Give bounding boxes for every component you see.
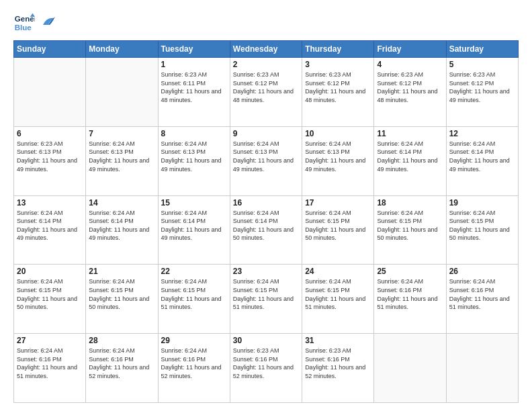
calendar-cell: 24Sunrise: 6:24 AMSunset: 6:15 PMDayligh… bbox=[302, 265, 374, 334]
week-row-2: 6Sunrise: 6:23 AMSunset: 6:13 PMDaylight… bbox=[14, 126, 519, 195]
day-info: Sunrise: 6:24 AMSunset: 6:15 PMDaylight:… bbox=[305, 209, 371, 242]
day-info: Sunrise: 6:24 AMSunset: 6:15 PMDaylight:… bbox=[377, 209, 443, 242]
calendar-cell: 6Sunrise: 6:23 AMSunset: 6:13 PMDaylight… bbox=[14, 126, 86, 195]
calendar-cell: 13Sunrise: 6:24 AMSunset: 6:14 PMDayligh… bbox=[14, 195, 86, 265]
day-info: Sunrise: 6:24 AMSunset: 6:15 PMDaylight:… bbox=[305, 277, 371, 311]
calendar-cell: 8Sunrise: 6:24 AMSunset: 6:13 PMDaylight… bbox=[158, 126, 230, 195]
logo-bird-icon bbox=[42, 15, 55, 28]
day-info: Sunrise: 6:24 AMSunset: 6:16 PMDaylight:… bbox=[377, 277, 443, 311]
calendar-cell: 17Sunrise: 6:24 AMSunset: 6:15 PMDayligh… bbox=[302, 195, 374, 265]
day-number: 10 bbox=[305, 129, 371, 138]
calendar-cell: 19Sunrise: 6:24 AMSunset: 6:15 PMDayligh… bbox=[446, 195, 518, 265]
calendar-cell bbox=[374, 334, 446, 403]
day-number: 14 bbox=[89, 198, 154, 208]
day-info: Sunrise: 6:24 AMSunset: 6:15 PMDaylight:… bbox=[17, 277, 83, 311]
day-info: Sunrise: 6:23 AMSunset: 6:13 PMDaylight:… bbox=[17, 140, 83, 173]
day-info: Sunrise: 6:24 AMSunset: 6:14 PMDaylight:… bbox=[377, 140, 443, 173]
week-row-3: 13Sunrise: 6:24 AMSunset: 6:14 PMDayligh… bbox=[14, 195, 519, 265]
day-number: 13 bbox=[17, 198, 83, 208]
day-number: 24 bbox=[305, 267, 371, 276]
calendar-cell: 5Sunrise: 6:23 AMSunset: 6:12 PMDaylight… bbox=[446, 58, 518, 127]
day-info: Sunrise: 6:23 AMSunset: 6:12 PMDaylight:… bbox=[377, 71, 443, 104]
calendar-cell: 21Sunrise: 6:24 AMSunset: 6:15 PMDayligh… bbox=[86, 265, 158, 334]
calendar-cell: 7Sunrise: 6:24 AMSunset: 6:13 PMDaylight… bbox=[86, 126, 158, 195]
weekday-header-row: SundayMondayTuesdayWednesdayThursdayFrid… bbox=[14, 41, 519, 58]
day-info: Sunrise: 6:24 AMSunset: 6:15 PMDaylight:… bbox=[449, 209, 515, 242]
day-number: 8 bbox=[161, 129, 227, 138]
calendar-cell bbox=[14, 58, 86, 127]
day-info: Sunrise: 6:24 AMSunset: 6:14 PMDaylight:… bbox=[233, 209, 299, 242]
weekday-header-wednesday: Wednesday bbox=[230, 41, 302, 58]
day-number: 27 bbox=[17, 336, 83, 345]
calendar-cell: 30Sunrise: 6:23 AMSunset: 6:16 PMDayligh… bbox=[230, 334, 302, 403]
weekday-header-sunday: Sunday bbox=[14, 41, 86, 58]
day-number: 11 bbox=[377, 129, 443, 138]
day-number: 17 bbox=[305, 198, 371, 208]
weekday-header-friday: Friday bbox=[374, 41, 446, 58]
calendar-cell: 25Sunrise: 6:24 AMSunset: 6:16 PMDayligh… bbox=[374, 265, 446, 334]
day-number: 28 bbox=[89, 336, 154, 345]
calendar-cell: 29Sunrise: 6:24 AMSunset: 6:16 PMDayligh… bbox=[158, 334, 230, 403]
calendar-cell: 15Sunrise: 6:24 AMSunset: 6:14 PMDayligh… bbox=[158, 195, 230, 265]
day-info: Sunrise: 6:23 AMSunset: 6:12 PMDaylight:… bbox=[233, 71, 299, 104]
day-number: 19 bbox=[449, 198, 515, 208]
day-number: 29 bbox=[161, 336, 227, 345]
day-info: Sunrise: 6:24 AMSunset: 6:13 PMDaylight:… bbox=[89, 140, 154, 173]
day-number: 22 bbox=[161, 267, 227, 276]
logo: General Blue bbox=[13, 12, 55, 34]
calendar-cell bbox=[446, 334, 518, 403]
day-info: Sunrise: 6:24 AMSunset: 6:15 PMDaylight:… bbox=[233, 277, 299, 311]
calendar-cell: 14Sunrise: 6:24 AMSunset: 6:14 PMDayligh… bbox=[86, 195, 158, 265]
svg-text:Blue: Blue bbox=[15, 24, 32, 32]
day-number: 30 bbox=[233, 336, 299, 345]
day-info: Sunrise: 6:24 AMSunset: 6:14 PMDaylight:… bbox=[161, 209, 227, 242]
calendar-cell: 23Sunrise: 6:24 AMSunset: 6:15 PMDayligh… bbox=[230, 265, 302, 334]
day-number: 15 bbox=[161, 198, 227, 208]
weekday-header-saturday: Saturday bbox=[446, 41, 518, 58]
calendar-cell: 22Sunrise: 6:24 AMSunset: 6:15 PMDayligh… bbox=[158, 265, 230, 334]
day-number: 20 bbox=[17, 267, 83, 276]
calendar-cell: 11Sunrise: 6:24 AMSunset: 6:14 PMDayligh… bbox=[374, 126, 446, 195]
week-row-1: 1Sunrise: 6:23 AMSunset: 6:11 PMDaylight… bbox=[14, 58, 519, 127]
calendar-cell bbox=[86, 58, 158, 127]
day-info: Sunrise: 6:24 AMSunset: 6:16 PMDaylight:… bbox=[161, 347, 227, 380]
day-info: Sunrise: 6:24 AMSunset: 6:16 PMDaylight:… bbox=[449, 277, 515, 311]
weekday-header-thursday: Thursday bbox=[302, 41, 374, 58]
day-number: 6 bbox=[17, 129, 83, 138]
day-info: Sunrise: 6:23 AMSunset: 6:16 PMDaylight:… bbox=[233, 347, 299, 380]
day-number: 21 bbox=[89, 267, 154, 276]
day-info: Sunrise: 6:24 AMSunset: 6:15 PMDaylight:… bbox=[161, 277, 227, 311]
calendar-cell: 9Sunrise: 6:24 AMSunset: 6:13 PMDaylight… bbox=[230, 126, 302, 195]
calendar-cell: 31Sunrise: 6:23 AMSunset: 6:16 PMDayligh… bbox=[302, 334, 374, 403]
calendar-cell: 10Sunrise: 6:24 AMSunset: 6:13 PMDayligh… bbox=[302, 126, 374, 195]
day-info: Sunrise: 6:24 AMSunset: 6:16 PMDaylight:… bbox=[17, 347, 83, 380]
day-info: Sunrise: 6:24 AMSunset: 6:15 PMDaylight:… bbox=[89, 277, 154, 311]
week-row-4: 20Sunrise: 6:24 AMSunset: 6:15 PMDayligh… bbox=[14, 265, 519, 334]
day-number: 7 bbox=[89, 129, 154, 138]
day-info: Sunrise: 6:23 AMSunset: 6:12 PMDaylight:… bbox=[449, 71, 515, 104]
calendar-table: SundayMondayTuesdayWednesdayThursdayFrid… bbox=[13, 40, 519, 403]
day-number: 5 bbox=[449, 60, 515, 69]
week-row-5: 27Sunrise: 6:24 AMSunset: 6:16 PMDayligh… bbox=[14, 334, 519, 403]
day-info: Sunrise: 6:23 AMSunset: 6:16 PMDaylight:… bbox=[305, 347, 371, 380]
day-number: 9 bbox=[233, 129, 299, 138]
day-number: 26 bbox=[449, 267, 515, 276]
calendar-cell: 28Sunrise: 6:24 AMSunset: 6:16 PMDayligh… bbox=[86, 334, 158, 403]
calendar-cell: 20Sunrise: 6:24 AMSunset: 6:15 PMDayligh… bbox=[14, 265, 86, 334]
header: General Blue bbox=[13, 12, 519, 34]
day-info: Sunrise: 6:24 AMSunset: 6:13 PMDaylight:… bbox=[305, 140, 371, 173]
calendar-cell: 3Sunrise: 6:23 AMSunset: 6:12 PMDaylight… bbox=[302, 58, 374, 127]
day-info: Sunrise: 6:23 AMSunset: 6:11 PMDaylight:… bbox=[161, 71, 227, 104]
calendar-cell: 27Sunrise: 6:24 AMSunset: 6:16 PMDayligh… bbox=[14, 334, 86, 403]
day-number: 3 bbox=[305, 60, 371, 69]
day-info: Sunrise: 6:23 AMSunset: 6:12 PMDaylight:… bbox=[305, 71, 371, 104]
weekday-header-monday: Monday bbox=[86, 41, 158, 58]
day-number: 23 bbox=[233, 267, 299, 276]
calendar-cell: 16Sunrise: 6:24 AMSunset: 6:14 PMDayligh… bbox=[230, 195, 302, 265]
day-number: 12 bbox=[449, 129, 515, 138]
calendar-cell: 4Sunrise: 6:23 AMSunset: 6:12 PMDaylight… bbox=[374, 58, 446, 127]
day-info: Sunrise: 6:24 AMSunset: 6:14 PMDaylight:… bbox=[449, 140, 515, 173]
calendar-cell: 2Sunrise: 6:23 AMSunset: 6:12 PMDaylight… bbox=[230, 58, 302, 127]
day-number: 1 bbox=[161, 60, 227, 69]
logo-icon: General Blue bbox=[13, 12, 35, 34]
